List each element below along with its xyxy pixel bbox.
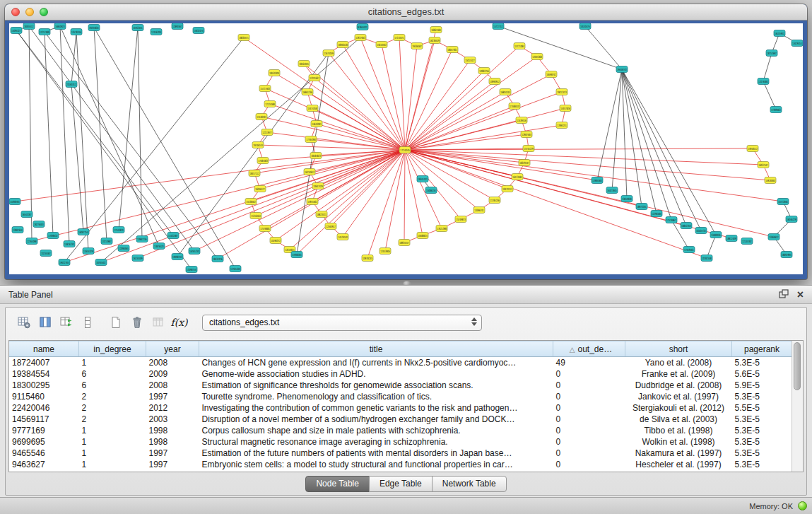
graph-node[interactable]: 11548191 <box>256 114 267 120</box>
graph-node[interactable]: 11316164 <box>250 213 261 219</box>
table-cell[interactable]: 2009 <box>146 368 199 380</box>
table-row[interactable]: 1830029562008Estimation of significance … <box>9 380 792 391</box>
graph-node[interactable]: 18812409 <box>726 235 737 242</box>
table-cell[interactable]: 5.3E-5 <box>732 414 792 425</box>
graph-node[interactable]: 14982256 <box>478 68 490 74</box>
graph-node[interactable]: 17456208 <box>151 29 162 35</box>
table-row[interactable]: 1938455462009Genome-wide association stu… <box>9 368 792 380</box>
table-cell[interactable]: Hescheler et al. (1997) <box>625 459 732 470</box>
table-cell[interactable]: 6 <box>79 380 146 391</box>
graph-node[interactable]: 12135782 <box>741 238 753 245</box>
graph-node[interactable]: 16327845 <box>606 187 618 194</box>
graph-node[interactable]: 16543287 <box>21 211 33 218</box>
table-cell[interactable]: Structural magnetic resonance image aver… <box>199 436 553 448</box>
table-cell[interactable]: 5.3E-5 <box>732 425 792 436</box>
graph-node[interactable]: 17459165 <box>683 247 695 253</box>
graph-node[interactable]: 19345102 <box>417 176 428 182</box>
graph-node[interactable]: 11439516 <box>516 117 527 124</box>
graph-node[interactable]: 18692995 <box>781 252 792 258</box>
graph-node[interactable]: 19336587 <box>411 43 423 49</box>
graph-node[interactable]: 12076080 <box>758 78 769 85</box>
graph-node[interactable]: 16087254 <box>78 229 89 235</box>
table-cell[interactable]: Tourette syndrome. Phenomenology and cla… <box>199 391 553 402</box>
graph-node[interactable]: 16598742 <box>546 71 557 78</box>
table-cell[interactable]: 9465546 <box>9 448 79 459</box>
graph-node[interactable]: 17543820 <box>113 227 124 233</box>
table-cell[interactable]: Corpus callosum shape and size in male p… <box>199 425 553 436</box>
table-cell[interactable]: 1998 <box>146 436 199 448</box>
graph-node[interactable]: 11257489 <box>39 29 50 35</box>
table-cell[interactable]: 5.3E-5 <box>732 459 792 470</box>
row-height-icon[interactable] <box>78 313 97 332</box>
graph-node[interactable]: 13876520 <box>153 243 165 250</box>
table-cell[interactable]: Disruption of a novel member of a sodium… <box>199 414 553 425</box>
table-cell[interactable]: Changes of HCN gene expression and I(f) … <box>199 357 553 369</box>
graph-node[interactable]: 15727463 <box>259 86 271 92</box>
table-cell[interactable]: 1 <box>79 448 146 459</box>
graph-node[interactable]: 16046127 <box>254 186 266 192</box>
table-cell[interactable]: Franke et al. (2009) <box>625 368 732 380</box>
graph-node[interactable]: 18457112 <box>249 170 260 177</box>
graph-node[interactable]: 12987465 <box>521 132 532 138</box>
graph-node[interactable]: 14357826 <box>560 105 571 112</box>
table-cell[interactable]: 2 <box>79 391 146 402</box>
graph-node[interactable]: 1724045 <box>399 147 411 153</box>
table-row[interactable]: 946554611997Estimation of the future num… <box>9 448 792 459</box>
graph-node[interactable]: 13489026 <box>710 232 722 238</box>
float-panel-icon[interactable] <box>779 288 789 301</box>
graph-node[interactable]: 20160312 <box>66 81 77 88</box>
column-header-in_degree[interactable]: in_degree <box>79 341 146 357</box>
table-cell[interactable]: 6 <box>79 368 146 380</box>
graph-node[interactable]: 16234509 <box>132 255 143 262</box>
graph-node[interactable]: 11654329 <box>83 248 94 255</box>
graph-node[interactable]: 11432087 <box>167 233 179 239</box>
graph-node[interactable]: 13098754 <box>186 267 197 273</box>
graph-node[interactable]: 15249873 <box>455 216 466 223</box>
table-cell[interactable]: Embryonic stem cells: a model to study s… <box>199 459 553 470</box>
function-builder-icon[interactable]: f(x) <box>170 313 189 332</box>
column-header-out_de[interactable]: △out_de… <box>553 341 625 357</box>
graph-node[interactable]: 13650928 <box>621 196 632 202</box>
table-cell[interactable]: 5.5E-5 <box>732 402 792 414</box>
table-cell[interactable]: 2 <box>79 402 146 414</box>
table-cell[interactable]: 2012 <box>146 402 199 414</box>
table-cell[interactable]: Tibbo et al. (1998) <box>625 425 732 436</box>
table-cell[interactable]: 9699695 <box>9 436 79 448</box>
graph-node[interactable]: 14643091 <box>311 121 322 127</box>
table-cell[interactable]: 14569117 <box>9 414 79 425</box>
table-cell[interactable]: 0 <box>553 459 625 470</box>
graph-node[interactable]: 16840923 <box>54 23 66 30</box>
graph-node[interactable]: 15538402 <box>245 199 257 205</box>
graph-node[interactable]: 17210471 <box>394 35 405 41</box>
table-row[interactable]: 1872400712008Changes of HCN gene express… <box>9 357 792 369</box>
graph-node[interactable]: 17893251 <box>556 122 567 129</box>
graph-node[interactable]: 15955462 <box>307 199 318 205</box>
graph-node[interactable]: 10782548 <box>701 255 712 262</box>
table-cell[interactable]: Wolkin et al. (1998) <box>625 436 732 448</box>
graph-node[interactable]: 12213977 <box>261 129 273 136</box>
graph-node[interactable]: 15727312 <box>493 23 504 30</box>
table-cell[interactable]: 5.3E-5 <box>732 391 792 402</box>
graph-node[interactable]: 17098265 <box>291 252 302 258</box>
graph-node[interactable]: 10842350 <box>681 223 692 229</box>
table-cell[interactable]: Nakamura et al. (1997) <box>625 448 732 459</box>
graph-node[interactable]: 19470112 <box>502 186 513 192</box>
graph-node[interactable]: 16165733 <box>695 228 707 234</box>
graph-node[interactable]: 18185823 <box>310 153 322 159</box>
graph-node[interactable]: 15610502 <box>376 42 387 48</box>
table-cell[interactable]: Dudbridge et al. (2008) <box>625 380 732 391</box>
table-cell[interactable]: 22420046 <box>9 402 79 414</box>
graph-node[interactable]: 17588410 <box>509 103 520 110</box>
graph-node[interactable]: 13210987 <box>101 238 112 245</box>
graph-node[interactable]: 15474358 <box>307 105 318 112</box>
graph-node[interactable]: 16123584 <box>512 174 523 180</box>
graph-node[interactable]: 10993912 <box>489 78 500 85</box>
table-cell[interactable]: 1 <box>79 357 146 369</box>
table-cell[interactable]: Stergiakouli et al. (2012) <box>625 402 732 414</box>
graph-node[interactable]: 13578246 <box>71 29 82 35</box>
graph-node[interactable]: 15745229 <box>523 146 534 152</box>
graph-node[interactable]: 18752697 <box>766 50 777 57</box>
table-cell[interactable]: 1 <box>79 436 146 448</box>
table-cell[interactable]: 19384554 <box>9 368 79 380</box>
table-row[interactable]: 1456911722003Disruption of a novel membe… <box>9 414 792 425</box>
